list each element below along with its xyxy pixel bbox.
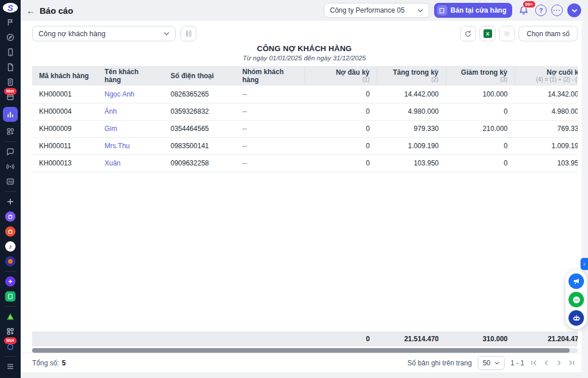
sidebar: S Mới Ad ♪ Mới [0, 0, 21, 378]
wallet-icon[interactable]: Mới [5, 92, 16, 102]
horizontal-scrollbar-thumb[interactable] [32, 348, 570, 353]
per-page-selector[interactable]: 50 [478, 356, 505, 370]
document-icon[interactable] [5, 62, 16, 72]
customer-name-link[interactable]: Mrs.Thu [105, 142, 130, 150]
chat-icon[interactable] [5, 146, 16, 157]
customer-phone: 0359326832 [164, 103, 235, 120]
apps-grid-icon[interactable] [5, 326, 16, 337]
app-root: S Mới Ad ♪ Mới [0, 0, 588, 378]
column-header[interactable]: Số điện thoại [164, 66, 235, 86]
customer-group: -- [235, 137, 304, 155]
customer-code: KH000001 [32, 86, 98, 103]
pos-sale-button[interactable]: Bán tại cửa hàng [434, 3, 512, 18]
sidebar-divider [5, 191, 16, 192]
flag-icon[interactable] [5, 17, 16, 28]
reports-chart-icon[interactable] [3, 107, 18, 122]
category-icon[interactable] [5, 126, 16, 137]
columns-toggle-button[interactable] [180, 26, 196, 41]
column-header[interactable]: Nhóm khách hàng [235, 66, 304, 86]
help-icon[interactable]: ? [535, 5, 547, 16]
customer-name-link[interactable]: Xuân [105, 159, 121, 167]
mobile-icon[interactable] [5, 47, 16, 57]
loyalty-icon[interactable]: Mới [5, 341, 16, 352]
more-options-icon[interactable]: ··· [551, 5, 563, 16]
sidebar-divider [5, 306, 16, 307]
plus-icon[interactable] [5, 196, 16, 207]
closing-debt: 103.950 [514, 155, 578, 172]
widget-collapse-tab[interactable]: › [581, 258, 588, 270]
tiktok-app-icon[interactable]: ♪ [5, 241, 16, 252]
excel-icon: X [483, 29, 492, 38]
next-page-icon[interactable] [555, 359, 563, 367]
column-header[interactable]: Tăng trong kỳ(2) [377, 66, 446, 86]
export-excel-button[interactable]: X [479, 26, 496, 41]
column-header[interactable]: Nợ cuối kỳ(4) = (1) + (2) - (3) [514, 66, 578, 86]
account-avatar[interactable] [567, 3, 581, 17]
page-title: Báo cáo [40, 6, 73, 16]
notification-badge: 99+ [523, 1, 536, 8]
report-table-container: Mã khách hàng Tên khách hàng Số điện tho… [32, 66, 578, 353]
total-debt-decrease: 310.000 [446, 331, 514, 346]
horizontal-scrollbar [32, 348, 578, 353]
first-page-icon[interactable] [530, 359, 537, 367]
customer-name-link[interactable]: Gim [105, 125, 117, 133]
opening-debt: 0 [304, 120, 377, 137]
pagination-bar: Tổng số: 5 Số bản ghi trên trang 50 1 - … [21, 353, 588, 372]
columns-icon [189, 30, 191, 37]
new-badge: Mới [4, 88, 17, 95]
notifications-bell-icon[interactable]: 99+ [517, 3, 531, 17]
svg-text:Ad: Ad [8, 180, 13, 183]
print-settings-button[interactable] [499, 26, 515, 41]
ad-icon[interactable]: Ad [5, 176, 16, 187]
lazada-app-icon[interactable] [5, 256, 16, 267]
choose-params-button[interactable]: Chọn tham số [519, 26, 578, 41]
page-bottom-strip [21, 372, 588, 378]
debt-decrease: 0 [446, 103, 514, 120]
receipt-icon[interactable] [5, 77, 16, 87]
last-page-icon[interactable] [568, 359, 575, 367]
customer-name-cell: Gim [98, 120, 164, 137]
table-row: KH000011 Mrs.Thu 0983500141 -- 0 1.009.1… [32, 137, 578, 155]
debt-decrease: 0 [446, 137, 514, 155]
chevron-down-icon [494, 361, 500, 365]
total-opening-debt: 0 [304, 331, 377, 346]
company-selector-value: Công ty Performance 05 [330, 6, 405, 14]
marketplace-app-icon-2[interactable] [5, 226, 16, 237]
closing-debt: 769.330 [514, 120, 578, 137]
customer-name-link[interactable]: Ngọc Anh [105, 90, 134, 98]
report-type-selector[interactable]: Công nợ khách hàng [32, 26, 176, 41]
content-area: Công nợ khách hàng X Chọn tham số CÔ [21, 21, 588, 378]
sidebar-divider [5, 356, 16, 357]
sapo-logo[interactable]: S [3, 3, 18, 13]
new-badge: Mới [4, 337, 17, 344]
zalo-chat-icon[interactable] [568, 292, 584, 307]
chevron-down-icon [164, 32, 169, 36]
report-title: CÔNG NỢ KHÁCH HÀNG [21, 44, 588, 53]
customer-name-link[interactable]: Ánh [105, 107, 117, 115]
column-header[interactable]: Tên khách hàng [98, 66, 164, 86]
debt-decrease: 210.000 [446, 120, 514, 137]
column-header[interactable]: Mã khách hàng [32, 66, 98, 86]
column-header[interactable]: Nợ đầu kỳ(1) [304, 66, 377, 86]
customer-group: -- [235, 86, 304, 103]
debt-increase: 4.980.000 [377, 103, 446, 120]
store-app-icon[interactable] [5, 291, 16, 302]
triangle-app-icon[interactable] [5, 311, 16, 322]
announcement-megaphone-icon[interactable] [568, 273, 584, 289]
back-arrow-icon[interactable]: ← [26, 6, 35, 16]
marketplace-app-icon-1[interactable] [5, 211, 16, 222]
totals-empty [98, 331, 164, 346]
company-selector[interactable]: Công ty Performance 05 [324, 3, 430, 18]
previous-page-icon[interactable] [543, 359, 550, 367]
column-header[interactable]: Giảm trong kỳ(3) [446, 66, 514, 86]
compass-icon[interactable] [5, 32, 16, 43]
customer-name-cell: Xuân [98, 155, 164, 172]
table-row: KH000001 Ngọc Anh 0826365265 -- 0 14.442… [32, 86, 578, 103]
broadcast-icon[interactable] [5, 161, 16, 172]
sparkle-app-icon[interactable] [5, 276, 16, 287]
debt-increase: 979.330 [377, 120, 446, 137]
sidebar-divider [5, 271, 16, 272]
menu-list-icon[interactable] [5, 361, 16, 372]
chatbot-icon[interactable] [568, 310, 584, 326]
refresh-button[interactable] [460, 26, 476, 41]
